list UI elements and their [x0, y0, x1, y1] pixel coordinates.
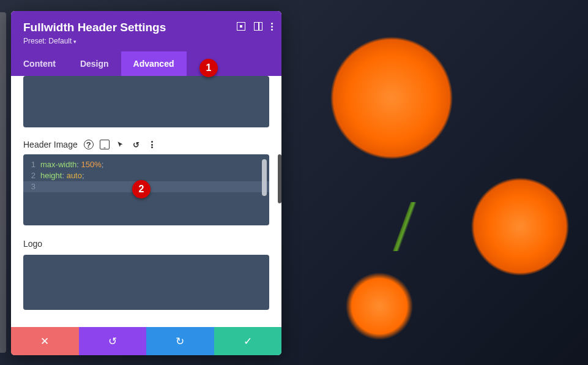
panel-footer: ✕ ↺ ↻ ✓ — [11, 327, 281, 355]
header-icon-row — [237, 22, 273, 31]
close-icon: ✕ — [40, 335, 49, 348]
gutter-line: 2 — [23, 170, 40, 181]
more-menu-icon[interactable] — [271, 23, 273, 31]
tab-advanced[interactable]: Advanced — [121, 51, 187, 76]
code-line-1[interactable]: max-width: 150%; — [40, 159, 269, 170]
left-edge-strip — [0, 12, 6, 353]
preset-selector[interactable]: Preset: Default — [23, 37, 269, 45]
undo-button[interactable]: ↺ — [79, 327, 147, 355]
logo-css-field[interactable] — [23, 255, 269, 310]
callout-2: 2 — [132, 180, 151, 198]
tab-design[interactable]: Design — [68, 51, 121, 76]
expand-icon[interactable] — [237, 22, 245, 31]
code-line-3[interactable] — [40, 181, 269, 192]
prev-css-field[interactable] — [23, 76, 269, 127]
logo-section-row: Logo — [23, 239, 269, 249]
field-options-icon[interactable] — [147, 140, 157, 149]
panel-body[interactable]: Header Image ? ↺ 1 max-width: 150%; 2 — [11, 76, 281, 327]
logo-label: Logo — [23, 239, 42, 249]
code-line-2[interactable]: height: auto; — [40, 170, 269, 181]
cancel-button[interactable]: ✕ — [11, 327, 79, 355]
panel-title: Fullwidth Header Settings — [23, 21, 269, 34]
editor-scrollbar[interactable] — [262, 159, 267, 196]
redo-icon: ↻ — [176, 335, 184, 348]
check-icon: ✓ — [244, 335, 252, 348]
header-image-label: Header Image — [23, 140, 78, 149]
responsive-icon[interactable] — [100, 140, 110, 149]
callout-1: 1 — [199, 59, 218, 77]
body-scrollbar[interactable] — [278, 154, 281, 203]
tab-bar: Content Design Advanced — [11, 51, 281, 76]
header-image-section-row: Header Image ? ↺ — [23, 140, 269, 149]
gutter-line: 3 — [23, 181, 40, 192]
hover-icon[interactable] — [116, 140, 125, 149]
panel-header: Fullwidth Header Settings Preset: Defaul… — [11, 11, 281, 51]
tab-content[interactable]: Content — [11, 51, 68, 76]
undo-icon: ↺ — [108, 335, 117, 348]
reset-icon[interactable]: ↺ — [132, 140, 141, 149]
redo-button[interactable]: ↻ — [146, 327, 214, 355]
field-toolbar: ? ↺ — [84, 140, 157, 149]
help-icon[interactable]: ? — [84, 140, 94, 149]
gutter-line: 1 — [23, 159, 40, 170]
columns-icon[interactable] — [254, 22, 262, 31]
save-button[interactable]: ✓ — [214, 327, 282, 355]
